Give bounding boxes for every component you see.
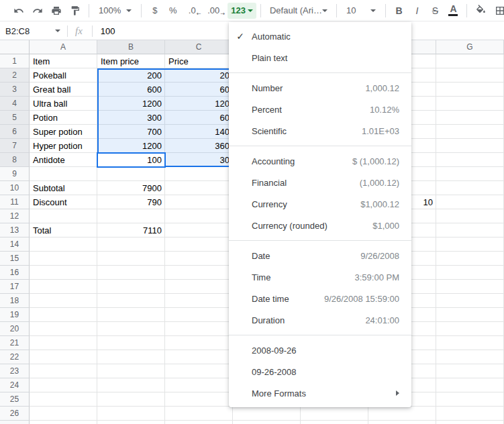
row-header-14[interactable]: 14	[0, 237, 30, 252]
format-percent-button[interactable]: %	[164, 1, 182, 20]
zoom-select[interactable]: 100%	[93, 1, 137, 20]
row-header-21[interactable]: 21	[0, 336, 30, 350]
row-header-1[interactable]: 1	[0, 54, 30, 68]
cell-B1[interactable]: Item price	[97, 54, 165, 68]
cell-A7[interactable]: Hyper potion	[30, 139, 97, 153]
cell-B13[interactable]: 7110	[97, 223, 165, 237]
menu-item-percent[interactable]: Percent10.12%	[229, 99, 411, 120]
row-header-19[interactable]: 19	[0, 308, 30, 322]
cell-B8[interactable]: 100	[97, 153, 165, 167]
strikethrough-button[interactable]: S	[426, 1, 444, 20]
row-header-22[interactable]: 22	[0, 350, 30, 364]
select-all-corner[interactable]	[0, 40, 30, 54]
cell-C8[interactable]: 30	[165, 153, 233, 167]
menu-item-time[interactable]: Time3:59:00 PM	[229, 266, 411, 288]
text-color-button[interactable]: A	[444, 1, 462, 20]
menu-item-date-time[interactable]: Date time9/26/2008 15:59:00	[229, 288, 411, 309]
row-header-6[interactable]: 6	[0, 125, 30, 139]
cell-A8[interactable]: Antidote	[30, 153, 97, 167]
column-header-G[interactable]: G	[436, 40, 504, 54]
increase-decimal-button[interactable]: .00 →	[202, 1, 225, 20]
row-header-15[interactable]: 15	[0, 252, 30, 266]
paint-format-button[interactable]	[66, 1, 85, 20]
column-header-C[interactable]: C	[165, 40, 233, 54]
cell-B3[interactable]: 600	[97, 83, 165, 97]
redo-button[interactable]	[28, 1, 47, 20]
menu-item-scientific[interactable]: Scientific1.01E+03	[229, 120, 411, 142]
cell-C5[interactable]: 60	[165, 111, 233, 125]
row-header-8[interactable]: 8	[0, 153, 30, 167]
cell-A3[interactable]: Great ball	[30, 83, 97, 97]
column-header-B[interactable]: B	[97, 40, 165, 54]
cell-B5[interactable]: 300	[97, 111, 165, 125]
cell-C2[interactable]: 20	[165, 68, 233, 83]
cell-A6[interactable]: Super potion	[30, 125, 97, 139]
menu-item-currency-rounded-[interactable]: Currency (rounded)$1,000	[229, 215, 411, 236]
column-header-A[interactable]: A	[30, 40, 97, 54]
undo-button[interactable]	[9, 1, 28, 20]
font-size-select[interactable]: 10	[341, 1, 381, 20]
row-header-3[interactable]: 3	[0, 83, 30, 97]
cell-B2[interactable]: 200	[97, 68, 165, 83]
cell-B7[interactable]: 1200	[97, 139, 165, 153]
bold-button[interactable]: B	[390, 1, 408, 20]
row-header-5[interactable]: 5	[0, 111, 30, 125]
cell-B6[interactable]: 700	[97, 125, 165, 139]
cell-C4[interactable]: 120	[165, 97, 233, 111]
format-currency-button[interactable]: $	[146, 1, 164, 20]
cell-A1[interactable]: Item	[30, 54, 97, 68]
print-button[interactable]	[47, 1, 66, 20]
cell-A11[interactable]: Discount	[30, 195, 97, 209]
row-header-20[interactable]: 20	[0, 322, 30, 336]
borders-button[interactable]	[491, 1, 504, 20]
decrease-decimal-button[interactable]: .0 ←	[182, 1, 202, 20]
row-header-25[interactable]: 25	[0, 392, 30, 407]
menu-item-2008-09-26[interactable]: 2008-09-26	[229, 339, 411, 361]
row-header-23[interactable]: 23	[0, 364, 30, 378]
row-header-10[interactable]: 10	[0, 181, 30, 195]
cell-A10[interactable]: Subtotal	[30, 181, 97, 195]
formula-input[interactable]: 100	[101, 26, 115, 36]
cell-A2[interactable]: Pokeball	[30, 68, 97, 83]
cell-C3[interactable]: 60	[165, 83, 233, 97]
menu-item-automatic[interactable]: ✓Automatic	[229, 25, 411, 47]
row-header-17[interactable]: 17	[0, 280, 30, 294]
row-header-18[interactable]: 18	[0, 294, 30, 308]
row-header-7[interactable]: 7	[0, 139, 30, 153]
menu-item-accounting[interactable]: Accounting$ (1,000.12)	[229, 150, 411, 172]
row-header-26[interactable]: 26	[0, 407, 30, 421]
cell-B4[interactable]: 1200	[97, 97, 165, 111]
number-format-button[interactable]: 123	[228, 3, 256, 19]
row-header-16[interactable]: 16	[0, 266, 30, 280]
row-header-27[interactable]	[0, 421, 30, 424]
menu-item-financial[interactable]: Financial(1,000.12)	[229, 172, 411, 193]
formula-bar-divider	[67, 25, 68, 37]
font-select[interactable]: Default (Ari…	[265, 1, 332, 20]
cell-A4[interactable]: Ultra ball	[30, 97, 97, 111]
row-header-24[interactable]: 24	[0, 378, 30, 392]
cell-A5[interactable]: Potion	[30, 111, 97, 125]
italic-button[interactable]: I	[408, 1, 426, 20]
cell-C6[interactable]: 140	[165, 125, 233, 139]
menu-item-duration[interactable]: Duration24:01:00	[229, 309, 411, 331]
cell-C7[interactable]: 360	[165, 139, 233, 153]
menu-item-date[interactable]: Date9/26/2008	[229, 245, 411, 266]
menu-item-currency[interactable]: Currency$1,000.12	[229, 193, 411, 215]
fill-color-button[interactable]	[471, 1, 491, 20]
cell-B10[interactable]: 7900	[97, 181, 165, 195]
menu-item-more-formats[interactable]: More Formats	[229, 382, 411, 404]
row-header-4[interactable]: 4	[0, 97, 30, 111]
menu-item-09-26-2008[interactable]: 09-26-2008	[229, 361, 411, 382]
row-header-2[interactable]: 2	[0, 68, 30, 83]
italic-icon: I	[416, 5, 419, 16]
row-header-12[interactable]: 12	[0, 209, 30, 223]
cell-A13[interactable]: Total	[30, 223, 97, 237]
cell-C1[interactable]: Price	[165, 54, 233, 68]
name-box[interactable]: B2:C8	[0, 26, 67, 36]
menu-item-number[interactable]: Number1,000.12	[229, 77, 411, 99]
row-header-11[interactable]: 11	[0, 195, 30, 209]
row-header-13[interactable]: 13	[0, 223, 30, 237]
row-header-9[interactable]: 9	[0, 167, 30, 181]
cell-B11[interactable]: 790	[97, 195, 165, 209]
menu-item-plain-text[interactable]: Plain text	[229, 47, 411, 68]
